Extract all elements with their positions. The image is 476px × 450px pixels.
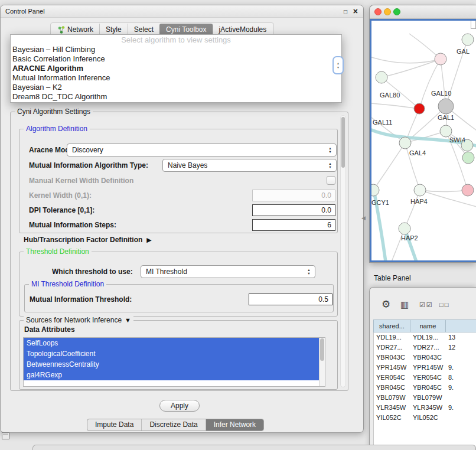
settings-scrollbar[interactable] bbox=[340, 115, 346, 387]
table-cell: YDL19... bbox=[410, 332, 446, 343]
minimized-window-icon[interactable] bbox=[2, 432, 9, 439]
hub-definition-toggle[interactable]: Hub/Transcription Factor Definition ▶ bbox=[24, 236, 152, 244]
network-node[interactable] bbox=[462, 34, 474, 45]
dpi-tolerance-field[interactable]: 0.0 bbox=[252, 204, 335, 216]
bottom-tab-discretize-data[interactable]: Discretize Data bbox=[141, 419, 205, 431]
columns-icon[interactable]: ▥ bbox=[400, 299, 409, 310]
tab-cyni-toolbox[interactable]: Cyni Toolbox bbox=[159, 24, 212, 35]
deselect-all-checkboxes-icon[interactable]: □□ bbox=[439, 301, 449, 308]
tab-label: jActiveModules bbox=[219, 25, 267, 34]
tab-style[interactable]: Style bbox=[99, 24, 128, 35]
network-node[interactable] bbox=[414, 184, 426, 196]
network-node[interactable] bbox=[440, 125, 452, 137]
algorithm-option[interactable]: Bayesian – Hill Climbing bbox=[11, 45, 341, 54]
table-row[interactable]: YDL19...YDL19...13 bbox=[374, 332, 476, 343]
bottom-tab-infer-network[interactable]: Infer Network bbox=[206, 419, 263, 431]
network-node[interactable] bbox=[376, 71, 387, 83]
data-attribute-item[interactable]: SelfLoops bbox=[24, 338, 319, 348]
table-row[interactable]: YIL052CYIL052C bbox=[374, 413, 476, 423]
table-cell: YDR27... bbox=[410, 343, 446, 353]
select-all-checkboxes-icon[interactable]: ☑☑ bbox=[419, 301, 433, 309]
network-node-label: GAL bbox=[457, 48, 470, 55]
network-canvas[interactable]: GAL80GAL10GAL11GAL1SWI4GAL4GCY1HAP4HAP2G… bbox=[370, 19, 476, 262]
table-row[interactable]: YER054CYER054C8. bbox=[374, 373, 476, 383]
network-node-label: GCY1 bbox=[371, 199, 389, 206]
data-attributes-list[interactable]: SelfLoopsTopologicalCoefficientBetweenne… bbox=[23, 337, 325, 387]
network-node[interactable] bbox=[462, 184, 474, 196]
list-scrollbar[interactable] bbox=[319, 338, 325, 386]
kernel-width-field[interactable]: 0.0 bbox=[252, 190, 335, 201]
network-graph[interactable]: GAL80GAL10GAL11GAL1SWI4GAL4GCY1HAP4HAP2G… bbox=[371, 21, 476, 262]
data-attribute-item[interactable]: TopologicalCoefficient bbox=[24, 348, 319, 359]
network-node[interactable] bbox=[462, 152, 474, 164]
float-window-icon[interactable]: □ bbox=[344, 5, 347, 18]
collapsed-panel-strip[interactable] bbox=[32, 445, 476, 450]
tab-label: Select bbox=[134, 25, 154, 34]
manual-kernel-checkbox[interactable] bbox=[327, 176, 335, 185]
mi-steps-field[interactable]: 6 bbox=[252, 219, 335, 231]
table-cell: YLR345W bbox=[374, 403, 410, 413]
network-node[interactable] bbox=[414, 103, 425, 114]
network-node[interactable] bbox=[399, 223, 410, 234]
mi-steps-label: Mutual Information Steps: bbox=[29, 219, 116, 231]
network-icon bbox=[58, 26, 65, 34]
column-header[interactable] bbox=[446, 320, 476, 332]
tab-network[interactable]: Network bbox=[52, 24, 99, 35]
column-header[interactable]: name bbox=[410, 320, 446, 332]
aracne-mode-select[interactable]: Discovery ▲▼ bbox=[67, 144, 337, 156]
tab-jactivemodules[interactable]: jActiveModules bbox=[213, 24, 273, 35]
bottom-tab-impute-data[interactable]: Impute Data bbox=[87, 419, 141, 431]
network-window-titlebar[interactable] bbox=[370, 5, 476, 19]
zoom-traffic-light-icon[interactable] bbox=[393, 8, 400, 15]
table-cell: YBR045C bbox=[374, 383, 410, 393]
network-node[interactable] bbox=[371, 184, 379, 196]
table-cell: YLR345W bbox=[410, 403, 446, 413]
table-row[interactable]: YBL079WYBL079W bbox=[374, 393, 476, 403]
close-window-icon[interactable]: × bbox=[353, 5, 358, 18]
table-cell: 9. bbox=[446, 363, 476, 373]
algorithm-combo-fragment[interactable]: ▲▼ bbox=[332, 56, 344, 74]
algorithm-option[interactable]: Bayesian – K2 bbox=[11, 83, 341, 92]
gear-icon[interactable]: ⚙ bbox=[382, 298, 390, 311]
table-row[interactable]: YPR145WYPR145W9. bbox=[374, 363, 476, 373]
mi-type-value: Naive Bayes bbox=[163, 161, 325, 169]
settings-scrollbar-thumb[interactable] bbox=[341, 117, 345, 168]
control-panel-titlebar[interactable]: Control Panel □ × bbox=[1, 5, 363, 18]
network-node[interactable] bbox=[399, 137, 411, 149]
network-node[interactable] bbox=[438, 99, 454, 114]
canvas-scroll-corner[interactable] bbox=[471, 21, 476, 29]
table-cell: 9. bbox=[446, 403, 476, 413]
tab-label: Style bbox=[106, 25, 122, 34]
tab-select[interactable]: Select bbox=[128, 24, 159, 35]
table-cell: YER054C bbox=[410, 373, 446, 383]
table-row[interactable]: YBR043CYBR043C bbox=[374, 353, 476, 363]
threshold-definition-group: Threshold Definition Which threshold to … bbox=[19, 252, 338, 317]
minimize-traffic-light-icon[interactable] bbox=[384, 8, 391, 15]
which-threshold-select[interactable]: MI Threshold ▲▼ bbox=[141, 265, 315, 278]
table-row[interactable]: YBR045CYBR045C9. bbox=[374, 383, 476, 393]
data-attribute-item[interactable]: gal4RGexp bbox=[24, 370, 319, 380]
list-scrollbar-thumb[interactable] bbox=[320, 338, 324, 361]
algorithm-option[interactable]: Mutual Information Inference bbox=[11, 73, 341, 83]
data-attribute-item[interactable]: BetweennessCentrality bbox=[24, 359, 319, 370]
algorithm-option[interactable]: Dream8 DC_TDC Algorithm bbox=[11, 92, 341, 102]
apply-button[interactable]: Apply bbox=[159, 400, 200, 412]
table-header-row: shared...name bbox=[373, 319, 476, 332]
column-header[interactable]: shared... bbox=[374, 320, 410, 332]
table-row[interactable]: YLR345WYLR345W9. bbox=[374, 403, 476, 413]
mi-type-select[interactable]: Naive Bayes ▲▼ bbox=[162, 159, 337, 172]
panel-collapse-arrow[interactable]: ◀ bbox=[361, 215, 366, 221]
mi-threshold-field[interactable]: 0.5 bbox=[249, 294, 332, 305]
tab-label: Network bbox=[67, 25, 93, 34]
algorithm-option[interactable]: Basic Correlation Inference bbox=[11, 54, 341, 64]
algorithm-definition-title: Algorithm Definition bbox=[24, 125, 90, 133]
network-node[interactable] bbox=[435, 53, 446, 65]
table-row[interactable]: YDR27...YDR27...12 bbox=[374, 343, 476, 353]
table-cell bbox=[446, 393, 476, 403]
stepper-icon: ▲▼ bbox=[304, 269, 314, 275]
table-cell: YDR27... bbox=[374, 343, 410, 353]
bottom-tab-bar: Impute DataDiscretize DataInfer Network bbox=[87, 419, 264, 431]
close-traffic-light-icon[interactable] bbox=[374, 8, 382, 15]
table-cell: 12 bbox=[446, 343, 476, 353]
algorithm-option[interactable]: ARACNE Algorithm bbox=[11, 64, 341, 73]
